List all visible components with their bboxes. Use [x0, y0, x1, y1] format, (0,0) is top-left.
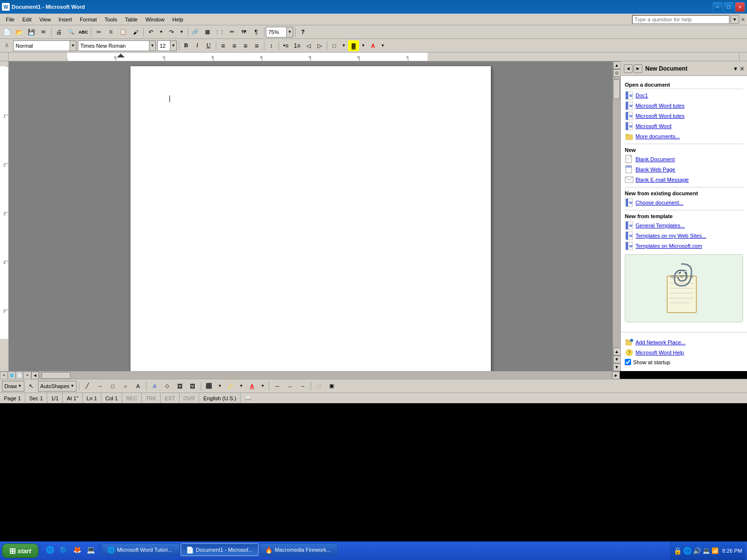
arrow-button[interactable]: →	[94, 381, 106, 392]
scroll-down-button[interactable]: ▼	[613, 363, 621, 371]
font-color-draw-dropdown[interactable]: ▼	[259, 381, 266, 392]
blank-doc-link[interactable]: Blank Document	[635, 156, 675, 162]
increase-indent-button[interactable]: ▷	[314, 40, 325, 51]
show-at-startup-checkbox[interactable]	[625, 359, 631, 365]
rectangle-button[interactable]: □	[107, 381, 118, 392]
web-templates-link[interactable]: Templates on my Web Sites...	[635, 233, 706, 239]
zoom-dropdown[interactable]: ▼	[286, 27, 293, 37]
tables-button[interactable]: ▦	[202, 27, 213, 37]
save-button[interactable]: 💾	[25, 27, 37, 37]
quicklaunch-browser[interactable]: 🔵	[57, 543, 70, 556]
tray-icon-2[interactable]: 🌐	[683, 547, 691, 555]
line-spacing-button[interactable]: ↕	[266, 40, 277, 51]
redo-dropdown[interactable]: ▼	[178, 27, 186, 37]
paste-button[interactable]: 📋	[117, 27, 129, 37]
menu-edit[interactable]: Edit	[19, 14, 36, 25]
align-center-button[interactable]: ≡	[229, 40, 240, 51]
clipart-button[interactable]: 🖼	[174, 381, 186, 392]
taskbar-item-doc1[interactable]: 📄 Document1 - Microsof...	[181, 543, 259, 556]
tray-icon-5[interactable]: 📶	[711, 547, 719, 554]
justify-button[interactable]: ≡	[251, 40, 262, 51]
copy-button[interactable]: ⎘	[105, 27, 117, 37]
document-canvas[interactable]	[9, 61, 613, 371]
font-dropdown[interactable]: Times New Roman ▼	[78, 40, 156, 51]
print-layout-view-button[interactable]: 📄	[16, 372, 23, 379]
line-color-button[interactable]: 🖊	[224, 381, 236, 392]
print-preview-button[interactable]: 🔍	[65, 27, 77, 37]
new-button[interactable]: 📄	[1, 27, 13, 37]
normal-view-button[interactable]: ≡	[0, 372, 8, 379]
quicklaunch-app[interactable]: 💻	[84, 543, 97, 556]
dash-style-button[interactable]: --	[284, 381, 296, 392]
print-button[interactable]: 🖨	[53, 27, 65, 37]
panel-expand-button[interactable]: ▼	[733, 66, 738, 72]
fill-color-dropdown[interactable]: ▼	[216, 381, 224, 392]
cut-button[interactable]: ✂	[93, 27, 105, 37]
menu-table[interactable]: Table	[121, 14, 141, 25]
line-color-dropdown[interactable]: ▼	[237, 381, 245, 392]
panel-prev-button[interactable]: ◄	[624, 64, 633, 73]
blank-web-link[interactable]: Blank Web Page	[635, 167, 675, 172]
taskbar-item-fireworks[interactable]: 🔥 Macromedia Firework...	[260, 543, 337, 556]
border-dropdown[interactable]: ▼	[340, 40, 348, 51]
select-browse-object-button[interactable]: ⊙	[613, 69, 621, 77]
shadow-button[interactable]: □	[313, 381, 325, 392]
style-dropdown[interactable]: Normal ▼	[13, 40, 76, 51]
open-button[interactable]: 📂	[13, 27, 25, 37]
doc1-link[interactable]: Doc1	[635, 93, 648, 98]
style-arrow[interactable]: ▼	[70, 41, 76, 51]
mw-link[interactable]: Microsoft Word	[635, 123, 672, 129]
minimize-button[interactable]: −	[712, 2, 723, 12]
columns-button[interactable]: ⋮⋮	[214, 27, 225, 37]
font-color-dropdown[interactable]: ▼	[379, 40, 387, 51]
tray-icon-4[interactable]: 💻	[703, 547, 710, 554]
font-arrow[interactable]: ▼	[149, 41, 155, 51]
undo-button[interactable]: ↶	[145, 27, 157, 37]
bullets-button[interactable]: •≡	[280, 40, 291, 51]
undo-dropdown[interactable]: ▼	[157, 27, 165, 37]
start-button[interactable]: ⊞ start	[2, 543, 38, 558]
oval-button[interactable]: ○	[119, 381, 131, 392]
next-page-button[interactable]: ▼	[613, 355, 621, 363]
font-color-button[interactable]: A	[368, 40, 378, 51]
font-color-draw-button[interactable]: A	[246, 381, 258, 392]
more-docs-link[interactable]: More documents...	[635, 133, 680, 139]
italic-button[interactable]: I	[192, 40, 203, 51]
scroll-up-button[interactable]: ▲	[613, 61, 621, 69]
outline-view-button[interactable]: ≡	[23, 372, 31, 379]
menu-insert[interactable]: Insert	[55, 14, 76, 25]
autoshapes-dropdown[interactable]: AutoShapes ▼	[38, 381, 77, 392]
tray-icon-1[interactable]: 🔒	[673, 547, 682, 555]
draw-dropdown[interactable]: Draw ▼	[2, 381, 24, 392]
menu-format[interactable]: Format	[76, 14, 101, 25]
help-button[interactable]: ?	[297, 27, 309, 37]
highlight-dropdown[interactable]: ▼	[359, 40, 367, 51]
drawing-button[interactable]: ✏	[226, 27, 238, 37]
menu-window[interactable]: Window	[142, 14, 168, 25]
menu-file[interactable]: File	[2, 14, 19, 25]
textbox-button[interactable]: A	[132, 381, 144, 392]
menu-help[interactable]: Help	[168, 14, 187, 25]
hscroll-left-button[interactable]: ◄	[31, 372, 39, 379]
format-painter-button[interactable]: 🖌	[130, 27, 141, 37]
choose-doc-link[interactable]: Choose document...	[635, 200, 683, 205]
add-network-place-link[interactable]: Add Network Place...	[635, 339, 686, 345]
wordart-button[interactable]: A	[149, 381, 160, 392]
blank-email-link[interactable]: Blank E-mail Message	[635, 177, 689, 183]
highlight-button[interactable]: ▓	[348, 40, 359, 51]
align-right-button[interactable]: ≡	[240, 40, 251, 51]
taskbar-item-tutorial[interactable]: 🌐 Microsoft Word Tutori...	[102, 543, 180, 556]
close-button[interactable]: ×	[735, 2, 745, 12]
mwt1-link[interactable]: Microsoft Word tutes	[635, 103, 685, 109]
gen-templates-link[interactable]: General Templates...	[635, 223, 685, 228]
arrow-style-button[interactable]: →	[297, 381, 308, 392]
diagram-button[interactable]: ◇	[161, 381, 173, 392]
size-dropdown[interactable]: 12 ▼	[157, 40, 177, 51]
line-style-button[interactable]: ─	[271, 381, 283, 392]
mwt2-link[interactable]: Microsoft Word tutes	[635, 113, 685, 119]
hyperlink-button[interactable]: 🔗	[189, 27, 201, 37]
hscroll-thumb[interactable]	[41, 372, 71, 379]
decrease-indent-button[interactable]: ◁	[303, 40, 314, 51]
ms-templates-link[interactable]: Templates on Microsoft.com	[635, 243, 702, 249]
size-arrow[interactable]: ▼	[170, 41, 176, 51]
